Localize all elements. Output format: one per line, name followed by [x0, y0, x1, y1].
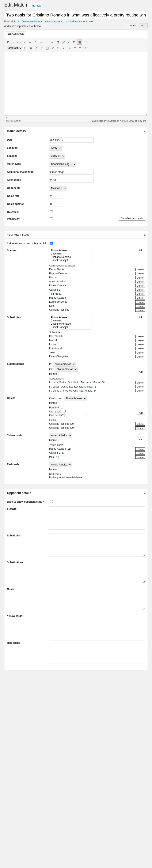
- delete-button[interactable]: Delete: [135, 292, 145, 296]
- delete-button[interactable]: Delete: [135, 272, 145, 275]
- penalties-checkbox[interactable]: [50, 217, 53, 220]
- tab-visual[interactable]: Visual: [127, 23, 138, 28]
- delete-button[interactable]: Delete: [135, 284, 145, 287]
- goal-add-button[interactable]: Add: [137, 411, 145, 415]
- sub-minute-input[interactable]: [58, 372, 72, 376]
- opponent-textarea[interactable]: [49, 533, 145, 557]
- color-picker-icon[interactable]: ▾: [39, 45, 44, 51]
- opponent-textarea[interactable]: [49, 506, 145, 530]
- delete-button[interactable]: Delete: [135, 451, 145, 455]
- additional-type-input[interactable]: [49, 169, 93, 175]
- justify-icon[interactable]: ≣: [28, 45, 33, 51]
- italic-icon[interactable]: I: [11, 39, 16, 44]
- indent-icon[interactable]: ⇥: [67, 45, 72, 51]
- quote-icon[interactable]: ❝: [33, 39, 38, 44]
- chevron-up-icon[interactable]: ▴: [144, 129, 146, 133]
- bold-icon[interactable]: B: [6, 39, 11, 44]
- unlink-icon[interactable]: ⤫: [66, 39, 71, 44]
- delete-button[interactable]: Delete: [135, 385, 145, 389]
- red-player-select[interactable]: Alvaro Arbeloa: [49, 462, 72, 467]
- substitution-add-button[interactable]: Add: [137, 370, 145, 374]
- delete-button[interactable]: Delete: [135, 296, 145, 300]
- more-icon[interactable]: ⊟: [71, 39, 77, 44]
- underline-icon[interactable]: U: [23, 45, 28, 51]
- own-scorer-input[interactable]: [64, 413, 87, 417]
- delete-button[interactable]: Delete: [135, 276, 145, 279]
- post-title-input[interactable]: [4, 11, 148, 19]
- toolbar-toggle-icon[interactable]: ▦: [77, 39, 82, 44]
- permalink-edit-button[interactable]: Edit: [88, 20, 94, 23]
- show-opponent-checkbox[interactable]: [50, 500, 53, 503]
- delete-button[interactable]: Delete: [135, 389, 145, 393]
- delete-button[interactable]: Delete: [135, 268, 145, 271]
- align-left-icon[interactable]: ⬱: [44, 39, 49, 44]
- match-type-select[interactable]: Champions leag…: [49, 161, 77, 167]
- delete-button[interactable]: Delete: [135, 335, 145, 338]
- delete-button[interactable]: Delete: [135, 343, 145, 346]
- subs-add-button[interactable]: Add: [137, 315, 145, 319]
- subs-select[interactable]: Alvaro ArbeloaCasemiroCristiano RonaldoD…: [49, 315, 91, 330]
- opponent-select[interactable]: Malmö FF: [49, 186, 67, 191]
- red-minute-input[interactable]: [58, 467, 72, 471]
- sub-in-select[interactable]: Alvaro Arbeloa: [53, 362, 76, 367]
- special-char-icon[interactable]: Ω: [56, 45, 61, 51]
- delete-button[interactable]: Delete: [135, 426, 145, 430]
- season-select[interactable]: 2015-16: [49, 154, 65, 159]
- opponent-textarea[interactable]: [49, 587, 145, 610]
- show-hide-pen-button[interactable]: Show/hide pen. goals: [119, 216, 145, 220]
- tab-text[interactable]: Text: [139, 23, 148, 28]
- delete-button[interactable]: Delete: [135, 422, 145, 426]
- align-right-icon[interactable]: ⇶: [55, 39, 60, 44]
- starters-select[interactable]: Alvaro ArbeloaCasemiroCristiano RonaldoD…: [49, 248, 91, 263]
- delete-button[interactable]: Delete: [135, 455, 145, 459]
- help-icon[interactable]: ?: [83, 45, 88, 51]
- yellow-add-button[interactable]: Add: [137, 438, 145, 441]
- text-color-icon[interactable]: A: [34, 45, 39, 51]
- yellow-minute-input[interactable]: [58, 438, 72, 442]
- chevron-up-icon[interactable]: ▴: [144, 233, 146, 236]
- align-center-icon[interactable]: ≡: [50, 39, 55, 44]
- delete-button[interactable]: Delete: [135, 304, 145, 308]
- goal-minute-input[interactable]: [58, 401, 72, 405]
- opponent-textarea[interactable]: [49, 560, 145, 583]
- opponent-textarea[interactable]: [49, 641, 145, 664]
- redo-icon[interactable]: ↷: [78, 45, 83, 51]
- date-input[interactable]: [49, 137, 93, 143]
- scorer-select[interactable]: Alvaro Arbeloa: [64, 396, 87, 401]
- add-media-button[interactable]: Add Media: [6, 31, 26, 36]
- permalink-url[interactable]: http://example.dev/match/two-goals-for-c…: [17, 20, 87, 23]
- delete-button[interactable]: Delete: [135, 355, 145, 359]
- ol-icon[interactable]: ≣: [28, 39, 33, 44]
- paragraph-select[interactable]: Paragraph: [6, 45, 22, 50]
- paste-text-icon[interactable]: 📋: [45, 45, 50, 51]
- attendance-input[interactable]: [49, 178, 93, 183]
- location-select[interactable]: Away: [49, 146, 62, 151]
- delete-button[interactable]: Delete: [135, 339, 145, 342]
- starters-add-button[interactable]: Add: [137, 248, 145, 252]
- penalty-checkbox[interactable]: [61, 406, 63, 408]
- delete-button[interactable]: Delete: [135, 308, 145, 312]
- calc-stats-checkbox[interactable]: [50, 242, 53, 245]
- delete-button[interactable]: Delete: [135, 300, 145, 304]
- fullscreen-icon[interactable]: ⛶: [83, 39, 88, 44]
- delete-button[interactable]: Delete: [135, 351, 145, 354]
- sub-out-select[interactable]: Alvaro Arbeloa: [55, 367, 78, 372]
- overtime-checkbox[interactable]: [50, 210, 53, 213]
- goals-against-input[interactable]: [49, 202, 64, 207]
- editor-content[interactable]: [4, 52, 148, 115]
- chevron-up-icon[interactable]: ▴: [144, 491, 146, 495]
- ul-icon[interactable]: ≡: [22, 39, 27, 44]
- delete-button[interactable]: Delete: [135, 347, 145, 350]
- opponent-textarea[interactable]: [49, 614, 145, 637]
- yellow-player-select[interactable]: Alvaro Arbeloa: [49, 433, 72, 438]
- delete-button[interactable]: Delete: [135, 381, 145, 384]
- goals-for-input[interactable]: [49, 194, 64, 199]
- undo-icon[interactable]: ↶: [72, 45, 77, 51]
- add-new-button[interactable]: Add New: [29, 3, 43, 8]
- strike-icon[interactable]: abc: [17, 39, 22, 44]
- outdent-icon[interactable]: ⇤: [61, 45, 66, 51]
- hr-icon[interactable]: —: [39, 39, 44, 44]
- delete-button[interactable]: Delete: [135, 280, 145, 283]
- delete-button[interactable]: Delete: [135, 288, 145, 291]
- clear-format-icon[interactable]: ✐: [50, 45, 55, 51]
